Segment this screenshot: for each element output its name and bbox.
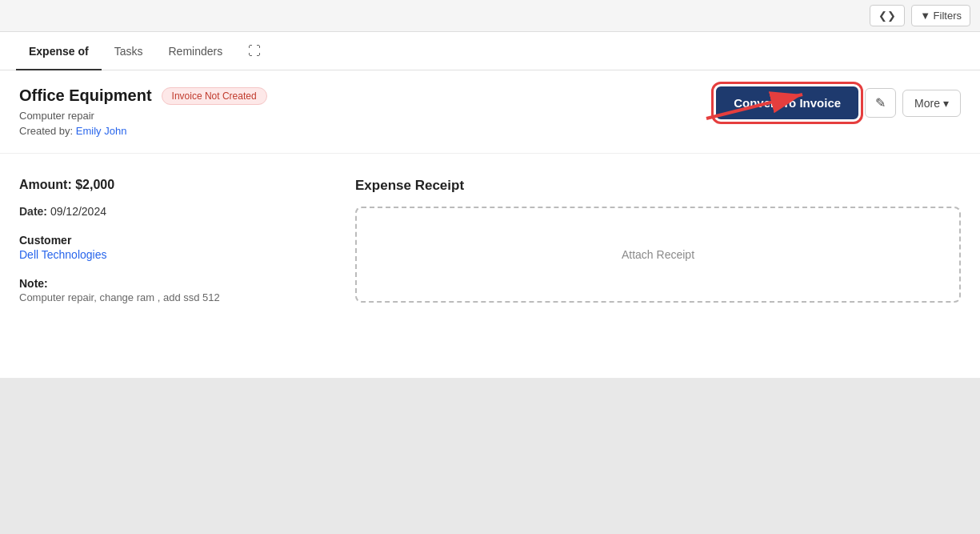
filters-button[interactable]: ▼ Filters [911, 5, 970, 26]
expense-created: Created by: Emily John [19, 125, 267, 137]
created-by-link[interactable]: Emily John [76, 125, 127, 137]
receipt-title: Expense Receipt [355, 178, 961, 194]
note-section: Note: Computer repair, change ram , add … [19, 277, 323, 303]
content-area: Amount: $2,000 Date: 09/12/2024 Customer… [0, 154, 980, 378]
top-bar: ❮❯ ▼ Filters [0, 0, 980, 32]
date-value: 09/12/2024 [50, 205, 106, 218]
expense-subtitle: Computer repair [19, 110, 267, 122]
amount-row: Amount: $2,000 [19, 178, 323, 192]
tab-reminders[interactable]: Reminders [156, 32, 236, 70]
content-right: Expense Receipt Attach Receipt [355, 178, 961, 354]
expense-info-left: Office Equipment Invoice Not Created Com… [19, 86, 267, 137]
expand-icon[interactable]: ⛶ [242, 38, 267, 65]
date-row: Date: 09/12/2024 [19, 205, 323, 218]
expense-title: Office Equipment [19, 86, 152, 105]
tab-tasks[interactable]: Tasks [102, 32, 156, 70]
amount-value: $2,000 [75, 178, 114, 191]
more-label: More [914, 97, 940, 110]
convert-to-invoice-button[interactable]: Convert To Invoice [716, 86, 858, 119]
more-button[interactable]: More ▾ [902, 90, 961, 117]
note-label: Note: [19, 277, 323, 290]
edit-button[interactable]: ✎ [865, 88, 896, 118]
tabs-container: Expense of Tasks Reminders ⛶ [0, 32, 980, 70]
created-by-label: Created by: [19, 125, 73, 137]
note-text: Computer repair, change ram , add ssd 51… [19, 291, 323, 303]
expense-title-row: Office Equipment Invoice Not Created [19, 86, 267, 105]
amount-label: Amount: [19, 178, 72, 191]
date-label: Date: [19, 205, 47, 218]
collapse-button[interactable]: ❮❯ [870, 5, 905, 26]
content-left: Amount: $2,000 Date: 09/12/2024 Customer… [19, 178, 323, 354]
status-badge: Invoice Not Created [162, 87, 267, 105]
main-card: Expense of Tasks Reminders ⛶ Office Equi… [0, 32, 980, 378]
customer-link[interactable]: Dell Technologies [19, 248, 323, 261]
more-chevron-icon: ▾ [943, 97, 949, 110]
customer-label: Customer [19, 234, 323, 247]
attach-receipt-area[interactable]: Attach Receipt [355, 207, 961, 303]
expense-header: Office Equipment Invoice Not Created Com… [0, 70, 980, 154]
expense-actions: Convert To Invoice ✎ More ▾ [716, 86, 961, 119]
customer-section: Customer Dell Technologies [19, 234, 323, 261]
tab-expense-of[interactable]: Expense of [16, 32, 102, 70]
